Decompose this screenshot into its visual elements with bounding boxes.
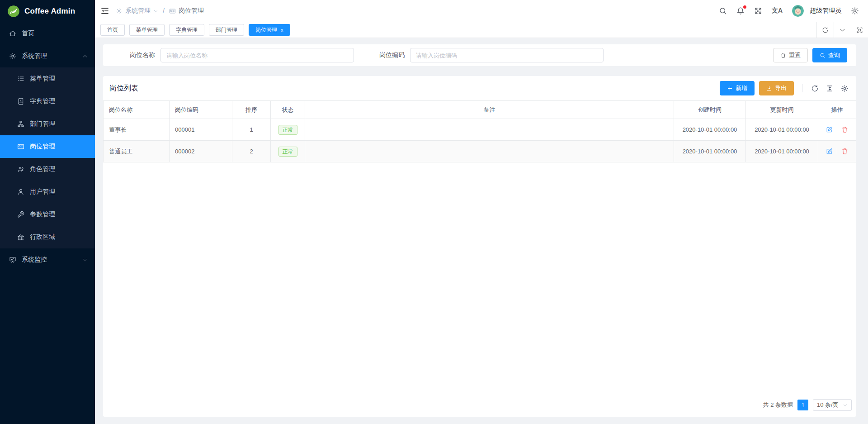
post-code-label: 岗位编码 bbox=[377, 51, 405, 59]
notification-badge bbox=[743, 5, 746, 9]
sidebar-item-menu-management[interactable]: 菜单管理 bbox=[0, 67, 95, 90]
search-form-card: 岗位名称 岗位编码 重置 查询 bbox=[103, 44, 856, 66]
row-actions bbox=[818, 126, 856, 133]
settings-button[interactable] bbox=[851, 7, 859, 15]
tab-label: 首页 bbox=[107, 26, 118, 34]
search-icon bbox=[820, 52, 826, 58]
sidebar-submenu-system: 菜单管理 字典管理 部门管理 岗位管理 角色管理 bbox=[0, 67, 95, 248]
add-button-label: 新增 bbox=[736, 84, 747, 92]
delete-button[interactable] bbox=[841, 126, 848, 133]
avatar[interactable] bbox=[792, 5, 804, 17]
cell-actions bbox=[818, 141, 856, 162]
density-icon bbox=[826, 85, 834, 92]
close-icon[interactable]: x bbox=[281, 27, 283, 33]
status-badge: 正常 bbox=[278, 147, 297, 157]
column-header-created: 创建时间 bbox=[674, 101, 746, 119]
trash-icon bbox=[780, 52, 786, 58]
pagination: 共 2 条数据 1 10 条/页 bbox=[103, 399, 856, 417]
cell-post-code: 000002 bbox=[170, 141, 232, 162]
page-number-button[interactable]: 1 bbox=[797, 400, 808, 410]
form-item-post-name: 岗位名称 bbox=[112, 48, 354, 62]
post-name-label: 岗位名称 bbox=[112, 51, 155, 59]
notifications-button[interactable] bbox=[736, 7, 745, 15]
post-list-header: 岗位列表 新增 导出 bbox=[103, 76, 856, 100]
tab-home[interactable]: 首页 bbox=[100, 24, 125, 36]
sidebar-menu: 首页 系统管理 菜单管理 字典管理 部门管理 bbox=[0, 22, 95, 424]
sidebar-item-system-management[interactable]: 系统管理 bbox=[0, 45, 95, 67]
tab-menu-management[interactable]: 菜单管理 bbox=[129, 24, 165, 36]
cell-created: 2020-10-01 00:00:00 bbox=[674, 141, 746, 162]
pagination-total: 共 2 条数据 bbox=[763, 401, 793, 409]
row-actions bbox=[818, 148, 856, 155]
dictionary-icon bbox=[17, 98, 24, 105]
cell-actions bbox=[818, 119, 856, 141]
tab-post-management[interactable]: 岗位管理 x bbox=[249, 24, 290, 36]
search-icon bbox=[719, 7, 727, 15]
chevron-down-icon[interactable] bbox=[153, 9, 158, 14]
chevron-up-icon bbox=[82, 53, 88, 59]
tab-options-button[interactable] bbox=[834, 22, 851, 38]
tab-label: 岗位管理 bbox=[255, 26, 277, 34]
column-header-post-name: 岗位名称 bbox=[104, 101, 170, 119]
language-switch-button[interactable]: 文A bbox=[772, 7, 783, 15]
sidebar-item-label: 角色管理 bbox=[30, 165, 55, 173]
breadcrumb: 系统管理 / 岗位管理 bbox=[116, 7, 204, 15]
breadcrumb-root[interactable]: 系统管理 bbox=[125, 7, 151, 15]
trash-icon bbox=[841, 148, 848, 155]
sidebar: Coffee Admin 首页 系统管理 菜单管理 字典管理 bbox=[0, 0, 95, 424]
refresh-table-button[interactable] bbox=[810, 85, 820, 92]
query-button[interactable]: 查询 bbox=[812, 48, 847, 62]
cell-sort: 1 bbox=[232, 119, 271, 141]
column-settings-button[interactable] bbox=[840, 85, 850, 92]
content-fullscreen-button[interactable] bbox=[851, 22, 868, 38]
column-header-sort: 排序 bbox=[232, 101, 271, 119]
tab-dict-management[interactable]: 字典管理 bbox=[169, 24, 204, 36]
toolbar-divider bbox=[802, 84, 802, 92]
sidebar-item-param-management[interactable]: 参数管理 bbox=[0, 203, 95, 226]
refresh-tab-button[interactable] bbox=[816, 22, 834, 38]
collapse-menu-icon bbox=[100, 6, 109, 15]
sidebar-item-post-management[interactable]: 岗位管理 bbox=[0, 135, 95, 158]
search-button[interactable] bbox=[719, 7, 727, 15]
action-divider bbox=[837, 148, 837, 154]
sidebar-item-dict-management[interactable]: 字典管理 bbox=[0, 90, 95, 113]
sidebar-item-home[interactable]: 首页 bbox=[0, 22, 95, 45]
edit-button[interactable] bbox=[826, 148, 833, 155]
breadcrumb-separator: / bbox=[163, 7, 165, 14]
cell-updated: 2020-10-01 00:00:00 bbox=[746, 119, 818, 141]
current-user-name[interactable]: 超级管理员 bbox=[810, 7, 841, 15]
sidebar-collapse-button[interactable] bbox=[100, 6, 109, 15]
export-button[interactable]: 导出 bbox=[759, 81, 794, 95]
add-button[interactable]: 新增 bbox=[720, 81, 755, 95]
spring-leaf-logo-icon bbox=[7, 5, 20, 18]
page-size-select[interactable]: 10 条/页 bbox=[813, 399, 852, 411]
table-header-row: 岗位名称 岗位编码 排序 状态 备注 创建时间 更新时间 操作 bbox=[104, 101, 856, 119]
download-icon bbox=[766, 86, 772, 91]
cell-post-name: 普通员工 bbox=[104, 141, 170, 162]
form-item-post-code: 岗位编码 bbox=[354, 48, 604, 62]
chevron-down-icon bbox=[843, 403, 848, 408]
sidebar-item-system-monitor[interactable]: 系统监控 bbox=[0, 248, 95, 271]
page-size-value: 10 条/页 bbox=[817, 401, 839, 409]
fullscreen-expand-icon bbox=[754, 7, 762, 15]
table-density-button[interactable] bbox=[825, 85, 835, 92]
maximize-icon bbox=[856, 27, 863, 33]
delete-button[interactable] bbox=[841, 148, 848, 155]
post-code-input[interactable] bbox=[410, 48, 604, 62]
tab-label: 部门管理 bbox=[216, 26, 237, 34]
post-name-input[interactable] bbox=[160, 48, 354, 62]
sidebar-item-role-management[interactable]: 角色管理 bbox=[0, 158, 95, 181]
tab-dept-management[interactable]: 部门管理 bbox=[209, 24, 244, 36]
post-list-card: 岗位列表 新增 导出 bbox=[103, 76, 856, 417]
app-logo[interactable]: Coffee Admin bbox=[0, 0, 95, 22]
sidebar-item-admin-region[interactable]: 行政区域 bbox=[0, 226, 95, 248]
reset-button[interactable]: 重置 bbox=[773, 48, 808, 62]
cell-updated: 2020-10-01 00:00:00 bbox=[746, 141, 818, 162]
edit-button[interactable] bbox=[826, 126, 833, 133]
cell-post-name: 董事长 bbox=[104, 119, 170, 141]
role-key-icon bbox=[17, 166, 24, 173]
org-tree-icon bbox=[17, 120, 24, 128]
sidebar-item-user-management[interactable]: 用户管理 bbox=[0, 181, 95, 203]
fullscreen-button[interactable] bbox=[754, 7, 762, 15]
sidebar-item-dept-management[interactable]: 部门管理 bbox=[0, 113, 95, 135]
